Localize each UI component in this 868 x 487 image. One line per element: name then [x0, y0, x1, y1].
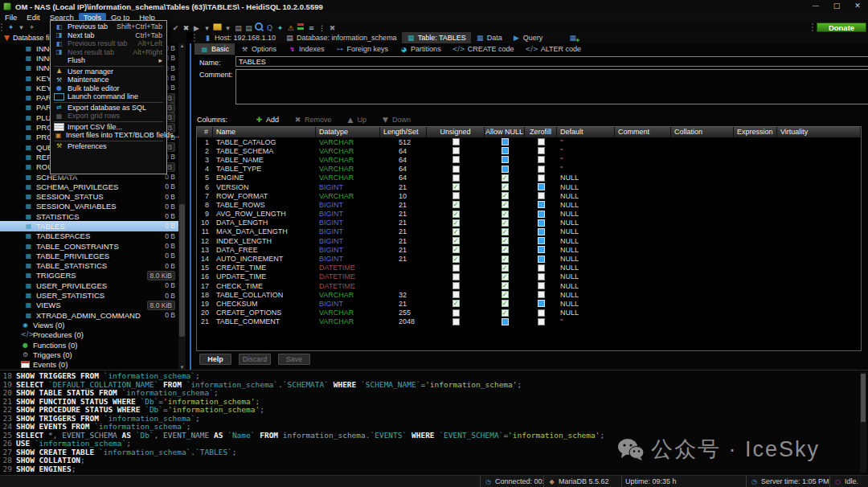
zerofill-checkbox[interactable] — [538, 264, 545, 272]
allow-null-checkbox[interactable]: ✓ — [502, 237, 509, 244]
subtab-foreign-keys[interactable]: ⊶Foreign keys — [330, 43, 395, 55]
tree-item-session_variables[interactable]: ▦SESSION_VARIABLES0 B — [0, 202, 178, 211]
tree-category-functions[interactable]: ●Functions (0) — [0, 340, 178, 350]
menu-item-maintenance[interactable]: ⚒Maintenance — [51, 76, 166, 84]
unsigned-checkbox[interactable]: ✓ — [452, 219, 460, 227]
unsigned-checkbox[interactable]: ✓ — [452, 228, 460, 235]
datatype-cell[interactable]: VARCHAR — [316, 147, 380, 155]
find-replace-icon[interactable]: Q — [265, 24, 274, 33]
menu-item-next-result-tab[interactable]: ◨Next result tabAlt+Right — [51, 48, 166, 57]
length-cell[interactable]: 21 — [380, 219, 427, 227]
subtab-indexes[interactable]: ↯Indexes — [282, 43, 330, 55]
length-cell[interactable]: 64 — [380, 174, 427, 182]
subtab-basic[interactable]: ▦Basic — [194, 43, 235, 55]
menu-item-preferences[interactable]: ⚒Preferences — [51, 142, 166, 151]
datatype-cell[interactable]: BIGINT — [316, 219, 380, 227]
zerofill-checkbox[interactable] — [538, 211, 545, 218]
scroll-up-icon[interactable]: ▲ — [178, 43, 186, 48]
unsigned-checkbox[interactable]: ✓ — [452, 246, 460, 253]
session-caret-icon[interactable]: ▾ — [17, 23, 26, 32]
datatype-cell[interactable]: BIGINT — [316, 183, 380, 191]
column-row-engine[interactable]: 5ENGINEVARCHAR64✓NULL — [197, 174, 861, 182]
column-row-version[interactable]: 6VERSIONBIGINT21✓✓NULL — [197, 182, 861, 191]
column-name-cell[interactable]: TABLE_NAME — [213, 156, 316, 164]
column-name-cell[interactable]: AUTO_INCREMENT — [213, 255, 316, 263]
datatype-cell[interactable]: VARCHAR — [316, 138, 380, 146]
open-caret-icon[interactable]: ▾ — [223, 24, 232, 33]
stop-icon[interactable]: ✖ — [182, 24, 190, 33]
default-cell[interactable]: '' — [557, 165, 615, 173]
unsigned-checkbox[interactable] — [452, 147, 460, 154]
menu-item-user-manager[interactable]: ♟User manager — [51, 68, 166, 76]
allow-null-checkbox[interactable]: ✓ — [502, 246, 509, 253]
tab-data[interactable]: ▦Data — [471, 32, 507, 43]
column-name-cell[interactable]: UPDATE_TIME — [213, 272, 316, 280]
length-cell[interactable]: 21 — [380, 255, 427, 263]
execute-icon[interactable]: ▶ — [192, 24, 201, 33]
length-cell[interactable]: 64 — [380, 156, 427, 164]
down-column-button[interactable]: ▼Down — [381, 116, 411, 125]
allow-null-checkbox[interactable]: ✓ — [502, 256, 509, 263]
length-cell[interactable]: 10 — [380, 192, 427, 200]
datatype-cell[interactable]: DATETIME — [316, 282, 380, 290]
zerofill-checkbox[interactable] — [538, 282, 545, 289]
column-name-cell[interactable]: MAX_DATA_LENGTH — [213, 227, 316, 235]
zerofill-checkbox[interactable] — [538, 237, 545, 244]
allow-null-checkbox[interactable]: ✓ — [502, 201, 509, 208]
zerofill-checkbox[interactable] — [538, 192, 545, 199]
column-name-cell[interactable]: CHECKSUM — [213, 300, 316, 308]
allow-null-checkbox[interactable]: ✓ — [502, 211, 509, 218]
zerofill-checkbox[interactable] — [538, 246, 545, 253]
length-cell[interactable]: 21 — [380, 227, 427, 235]
unsigned-checkbox[interactable] — [452, 318, 460, 325]
tree-item-triggers[interactable]: ▦TRIGGERS8.0 KiB — [0, 271, 178, 280]
log-scrollbar[interactable] — [860, 372, 866, 473]
default-cell[interactable]: NULL — [557, 291, 615, 299]
zerofill-checkbox[interactable] — [538, 318, 545, 325]
allow-null-checkbox[interactable]: ✓ — [502, 309, 509, 317]
unsigned-checkbox[interactable] — [452, 309, 460, 317]
zerofill-checkbox[interactable] — [538, 174, 545, 182]
length-cell[interactable]: 21 — [380, 237, 427, 245]
length-cell[interactable]: 512 — [380, 138, 427, 146]
default-cell[interactable]: NULL — [557, 300, 615, 308]
default-cell[interactable]: '' — [557, 138, 615, 146]
datatype-cell[interactable]: BIGINT — [316, 227, 380, 235]
menu-item-next-tab[interactable]: ◨Next tabCtrl+Tab — [51, 31, 166, 40]
reformat-sql-icon[interactable]: ≡ — [307, 24, 316, 33]
tree-item-tablespaces[interactable]: ▦TABLESPACES0 B — [0, 231, 178, 241]
column-row-table_name[interactable]: 3TABLE_NAMEVARCHAR64'' — [197, 155, 861, 164]
length-cell[interactable]: 21 — [380, 210, 427, 218]
open-file-icon[interactable] — [213, 23, 222, 31]
unsigned-checkbox[interactable] — [452, 166, 460, 173]
column-name-cell[interactable]: DATA_LENGTH — [213, 219, 316, 227]
datatype-cell[interactable]: BIGINT — [316, 210, 380, 218]
tree-item-views[interactable]: ▦VIEWS8.0 KiB — [0, 301, 178, 310]
tab-grip[interactable] — [194, 34, 196, 42]
tree-scrollbar[interactable]: ▲ ▼ — [178, 43, 186, 370]
tree-scroll-thumb[interactable] — [179, 204, 185, 337]
menu-item-export-database-as-sql[interactable]: ⇄Export database as SQL — [51, 104, 166, 113]
menu-item-import-csv-file[interactable]: Import CSV file... — [51, 123, 166, 132]
menu-item-launch-command-line[interactable]: Launch command line — [51, 92, 166, 101]
default-cell[interactable]: NULL — [557, 255, 615, 263]
default-cell[interactable]: NULL — [557, 174, 615, 182]
unsigned-checkbox[interactable] — [452, 156, 460, 163]
discard-button[interactable]: Discard — [239, 354, 271, 365]
tree-item-table_privileges[interactable]: ▦TABLE_PRIVILEGES0 B — [0, 251, 178, 260]
unsigned-checkbox[interactable]: ✓ — [452, 183, 460, 190]
column-name-cell[interactable]: TABLE_TYPE — [213, 165, 316, 173]
column-name-cell[interactable]: CREATE_OPTIONS — [213, 309, 316, 317]
length-cell[interactable]: 21 — [380, 183, 427, 191]
maximize-button[interactable]: □ — [826, 0, 847, 13]
menu-file[interactable]: File — [0, 13, 22, 23]
length-cell[interactable]: 32 — [380, 291, 427, 299]
tree-item-statistics[interactable]: ▦STATISTICS0 B — [0, 211, 178, 221]
table-comment-input[interactable] — [235, 69, 868, 104]
column-row-create_time[interactable]: 15CREATE_TIMEDATETIME✓NULL — [197, 264, 861, 272]
column-row-auto_increment[interactable]: 14AUTO_INCREMENTBIGINT21✓✓NULL — [197, 254, 861, 263]
subtab-options[interactable]: ⚒Options — [235, 43, 282, 55]
zerofill-checkbox[interactable] — [538, 166, 545, 173]
datatype-cell[interactable]: VARCHAR — [316, 156, 380, 164]
unsigned-checkbox[interactable]: ✓ — [452, 211, 460, 218]
